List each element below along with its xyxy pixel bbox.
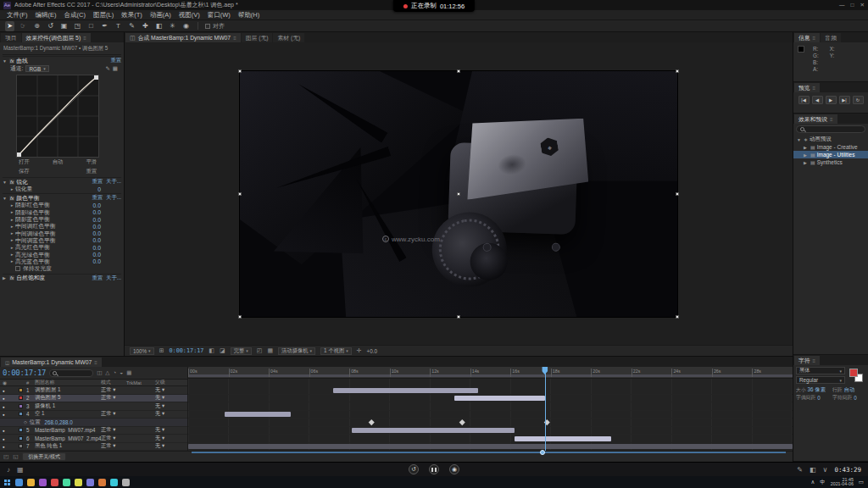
font-family-select[interactable]: 黑体▾ xyxy=(796,367,845,374)
hand-tool[interactable]: ☞ xyxy=(19,21,28,31)
app-icon-2[interactable] xyxy=(27,479,35,486)
layer-row[interactable]: ●5MasterBamp_MW07.mp4正常 ▾无 ▾ xyxy=(0,427,187,435)
clone-stamp-tool[interactable]: ✚ xyxy=(141,21,150,31)
layer-row[interactable]: ●4空 1正常 ▾无 ▾ xyxy=(0,411,187,419)
viewer-tab-2[interactable]: 素材 (无) xyxy=(273,33,304,42)
fx-icon[interactable]: fx xyxy=(9,196,14,201)
selection-handle[interactable] xyxy=(676,315,679,319)
pixel-aspect-icon[interactable]: ✛ xyxy=(357,347,362,354)
work-area-bar[interactable] xyxy=(188,374,793,377)
parent-select[interactable]: 无 ▾ xyxy=(155,410,187,418)
zoom-tool[interactable]: ⊕ xyxy=(32,21,42,31)
fill-stroke-swatches[interactable] xyxy=(849,369,863,382)
selection-handle[interactable] xyxy=(457,192,460,196)
about-link[interactable]: 关于... xyxy=(106,178,121,186)
parameter-value[interactable]: 0.0 xyxy=(93,258,101,264)
app-icon-10[interactable] xyxy=(122,479,130,486)
property-row[interactable]: ◇位置268.0,288.0 xyxy=(0,419,187,427)
curve-button[interactable]: 打开 xyxy=(19,158,30,166)
character-field[interactable]: 字符间距0 xyxy=(832,394,865,401)
camera-tool[interactable]: ▣ xyxy=(59,21,69,31)
menu-item[interactable]: 效果(T) xyxy=(121,11,142,19)
menu-item[interactable]: 编辑(E) xyxy=(36,11,57,19)
pen-tool[interactable]: ✒ xyxy=(100,21,109,31)
layer-track[interactable] xyxy=(188,443,793,452)
magnification-select[interactable]: 100%▾ xyxy=(130,347,154,355)
parameter-value[interactable]: 0.0 xyxy=(93,230,101,236)
selection-handle[interactable] xyxy=(457,315,460,319)
parameter-value[interactable]: 0.0 xyxy=(93,224,101,230)
selection-handle[interactable] xyxy=(457,69,460,73)
layer-row[interactable]: ●2调色图层 5正常 ▾无 ▾ xyxy=(0,395,187,403)
menu-item[interactable]: 动画(A) xyxy=(150,11,171,19)
layer-label-color[interactable] xyxy=(19,436,23,441)
layer-row[interactable]: ●6MasterBamp_MW07_2.mp4正常 ▾无 ▾ xyxy=(0,435,187,443)
visibility-toggle[interactable]: ● xyxy=(3,437,5,441)
layer-name[interactable]: MasterBamp_MW07_2.mp4 xyxy=(35,435,101,441)
property-track[interactable] xyxy=(188,419,793,427)
keyframe-icon[interactable] xyxy=(369,419,374,424)
field-value[interactable]: 36 像素 xyxy=(808,386,826,393)
panel-menu-icon[interactable]: ≡ xyxy=(233,36,236,41)
layer-name[interactable]: 空 1 xyxy=(35,410,101,418)
shy-layers-icon[interactable]: ◔ xyxy=(113,369,116,376)
tab-project[interactable]: 项目 xyxy=(1,33,21,42)
current-timecode[interactable]: 0:00:17:17 xyxy=(3,369,46,377)
layer-duration-bar[interactable] xyxy=(515,436,611,441)
fx-icon[interactable]: fx xyxy=(9,275,14,280)
tab-preview[interactable]: 预览 ≡ xyxy=(794,83,820,92)
layer-duration-bar[interactable] xyxy=(188,444,793,449)
visibility-toggle[interactable]: ● xyxy=(3,413,5,417)
field-value[interactable]: 0 xyxy=(817,395,821,401)
layer-name[interactable]: MasterBamp_MW07.mp4 xyxy=(35,427,101,433)
visibility-toggle[interactable]: ● xyxy=(3,429,5,433)
layer-label-color[interactable] xyxy=(19,428,23,432)
parameter-value[interactable]: 0.0 xyxy=(93,252,101,258)
twirl-down-icon[interactable]: ▼ xyxy=(3,196,8,201)
layer-track[interactable] xyxy=(188,386,793,395)
restart-recording-button[interactable]: ↺ xyxy=(409,464,419,474)
layer-label-color[interactable] xyxy=(19,404,23,408)
app-icon-1[interactable] xyxy=(15,479,23,486)
selection-handle[interactable] xyxy=(238,69,242,73)
reset-link[interactable]: 重置 xyxy=(92,274,103,282)
app-icon-9[interactable] xyxy=(110,479,118,486)
twirl-right-icon[interactable]: ▶ xyxy=(804,145,809,150)
layer-name[interactable]: 调整图层 1 xyxy=(35,386,101,394)
channel-select[interactable]: RGB▾ xyxy=(25,65,48,73)
panel-menu-icon[interactable]: ≡ xyxy=(94,360,97,365)
layer-track[interactable] xyxy=(188,395,793,403)
grid-guides-icon[interactable]: ⊞ xyxy=(159,347,164,354)
screenshot-icon[interactable]: ◧ xyxy=(810,466,816,474)
menu-item[interactable]: 窗口(W) xyxy=(208,11,231,19)
parent-select[interactable]: 无 ▾ xyxy=(155,402,187,410)
pause-recording-button[interactable] xyxy=(429,464,439,474)
fx-icon[interactable]: fx xyxy=(9,58,14,64)
blend-mode-select[interactable]: 正常 ▾ xyxy=(101,410,126,418)
comp-flowchart-icon[interactable]: ◫ xyxy=(97,369,102,376)
tab-character[interactable]: 字符 ≡ xyxy=(794,356,820,365)
viewer-timecode[interactable]: 0:00:17:17 xyxy=(170,347,204,354)
pan-behind-tool[interactable]: ◳ xyxy=(73,21,82,31)
parameter-value[interactable]: 0.0 xyxy=(93,209,101,215)
layer-name[interactable]: 摄像机 1 xyxy=(35,402,101,410)
app-icon-6[interactable] xyxy=(75,479,82,486)
graph-editor-icon[interactable]: ▦ xyxy=(126,369,131,376)
app-icon-8[interactable] xyxy=(98,479,106,486)
menu-item[interactable]: 合成(C) xyxy=(64,11,86,19)
layer-row[interactable]: ●7黑色 纯色 1正常 ▾无 ▾ xyxy=(0,443,187,452)
twirl-down-icon[interactable]: ▼ xyxy=(797,137,802,142)
transparency-grid-icon[interactable]: ▦ xyxy=(267,347,273,354)
about-link[interactable]: 关于... xyxy=(106,194,121,202)
expand-transfer-icon[interactable]: ◱ xyxy=(13,453,18,460)
layer-row[interactable]: ●1调整图层 1正常 ▾无 ▾ xyxy=(0,386,187,395)
ime-indicator[interactable]: 中 xyxy=(820,479,826,486)
layer-duration-bar[interactable] xyxy=(225,412,291,417)
selection-tool[interactable]: ➤ xyxy=(5,21,14,31)
about-link[interactable]: 关于... xyxy=(106,274,121,282)
tab-effects-presets[interactable]: 效果和预设 ≡ xyxy=(794,114,837,124)
layer-duration-bar[interactable] xyxy=(333,388,478,393)
app-icon-3[interactable] xyxy=(39,479,47,486)
panel-menu-icon[interactable]: ≡ xyxy=(830,117,833,122)
timeline-search-input[interactable] xyxy=(49,369,93,377)
